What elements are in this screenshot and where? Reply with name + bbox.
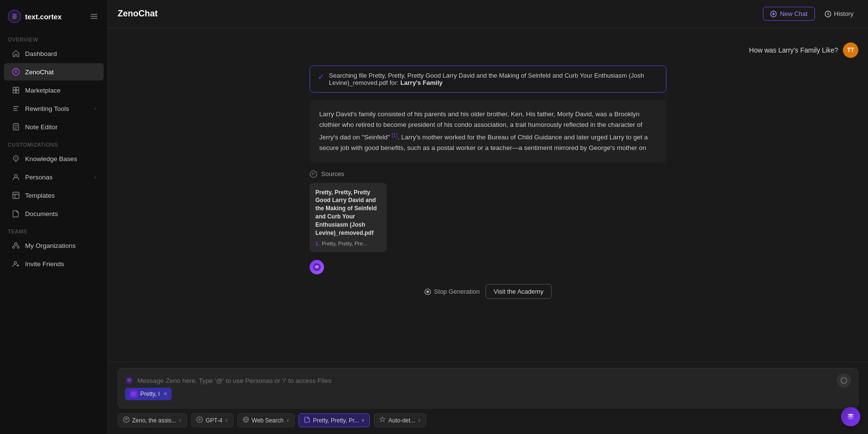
persona-selector[interactable]: Zeno, the assis... ∨ [118, 413, 187, 427]
sidebar-item-documents[interactable]: Documents [4, 205, 104, 222]
overview-section-label: Overview [0, 33, 108, 44]
app-logo-text: text.cortex [25, 13, 62, 21]
svg-rect-1 [91, 14, 97, 15]
logo-area: text.cortex [0, 6, 108, 31]
source-card-item: 1. Pretty, Pretty, Pre... [315, 241, 381, 246]
auto-detect-chevron-icon: ∨ [418, 418, 421, 423]
search-status-box: ✓ Searching file Pretty, Pretty, Pretty … [310, 66, 666, 93]
svg-point-25 [841, 378, 847, 383]
web-search-selector[interactable]: Web Search ∨ [237, 413, 295, 427]
pdf-icon [131, 392, 136, 396]
bot-avatar-icon [312, 263, 321, 271]
main-content: ZenoChat New Chat History How [108, 0, 868, 434]
persona-icon [12, 173, 20, 181]
header-actions: New Chat History [763, 7, 858, 21]
file-chevron-icon: ∨ [361, 418, 365, 423]
input-zeno-icon [125, 376, 134, 385]
file-toolbar-icon [304, 416, 311, 424]
ai-response-box: Larry David's family consisted of his pa… [310, 100, 666, 163]
zenochat-icon [12, 68, 20, 76]
sidebar-item-note-editor[interactable]: Note Editor [4, 118, 104, 136]
sources-icon [310, 170, 317, 178]
svg-rect-13 [13, 192, 19, 199]
sidebar-item-rewriting-tools[interactable]: Rewriting Tools › [4, 100, 104, 117]
svg-point-17 [14, 262, 17, 264]
sidebar-item-knowledge-bases[interactable]: Knowledge Bases [4, 150, 104, 167]
persona-chevron-icon: ∨ [178, 418, 182, 423]
marketplace-icon [12, 86, 20, 95]
knowledge-icon [12, 154, 20, 163]
template-icon [12, 191, 20, 200]
home-icon [12, 49, 20, 58]
floating-avatar-button[interactable] [841, 407, 860, 426]
sidebar-item-my-organizations[interactable]: My Organizations [4, 237, 104, 254]
history-button[interactable]: History [820, 7, 858, 20]
stop-generation-button[interactable]: Stop Generation [424, 288, 480, 295]
svg-rect-7 [13, 91, 16, 94]
send-button[interactable] [837, 373, 851, 388]
bot-avatar [310, 260, 324, 274]
visit-academy-button[interactable]: Visit the Academy [486, 284, 552, 299]
sidebar-item-personas[interactable]: Personas › [4, 168, 104, 186]
rewrite-icon [12, 104, 20, 113]
teams-section-label: Teams [0, 225, 108, 236]
app-logo-icon [8, 10, 21, 23]
input-row [125, 373, 851, 388]
svg-rect-2 [91, 16, 97, 17]
message-input[interactable] [137, 377, 833, 384]
user-message-bubble: How was Larry's Family Like? [749, 42, 838, 58]
persona-toolbar-icon [123, 416, 130, 424]
svg-rect-23 [427, 290, 429, 293]
sources-header: Sources [310, 170, 666, 178]
file-icon [130, 390, 137, 398]
svg-point-15 [13, 246, 14, 248]
search-status-bold: Larry's Family [400, 79, 443, 86]
svg-rect-26 [132, 392, 136, 396]
svg-point-20 [310, 171, 317, 177]
svg-point-12 [14, 175, 17, 177]
svg-rect-6 [16, 87, 19, 90]
sidebar-item-invite-friends[interactable]: Invite Friends [4, 255, 104, 272]
sources-grid: Pretty, Pretty, Pretty Good Larry David … [310, 183, 666, 253]
attached-file-pill[interactable]: Pretty, I × [125, 388, 172, 400]
model-selector[interactable]: GPT-4 ∨ [191, 413, 233, 427]
file-selector[interactable]: Pretty, Pretty, Pr... ∨ [298, 413, 370, 427]
svg-rect-8 [16, 91, 19, 94]
customizations-section-label: Customizations [0, 138, 108, 149]
model-icon [196, 416, 203, 424]
remove-file-button[interactable]: × [163, 391, 167, 397]
main-header: ZenoChat New Chat History [108, 0, 868, 28]
svg-rect-3 [91, 18, 97, 19]
sidebar-item-templates[interactable]: Templates [4, 187, 104, 204]
user-message-text: How was Larry's Family Like? [749, 46, 838, 54]
page-title: ZenoChat [118, 9, 763, 19]
sidebar-item-zenochat[interactable]: ZenoChat [4, 63, 104, 81]
source-card-title: Pretty, Pretty, Pretty Good Larry David … [315, 189, 381, 237]
history-icon [825, 11, 831, 17]
source-card[interactable]: Pretty, Pretty, Pretty Good Larry David … [310, 183, 387, 253]
sidebar-item-marketplace[interactable]: Marketplace [4, 81, 104, 99]
personas-chevron: › [94, 174, 96, 180]
action-row: Stop Generation Visit the Academy [118, 282, 858, 303]
sidebar-item-dashboard[interactable]: Dashboard [4, 45, 104, 62]
model-chevron-icon: ∨ [225, 418, 228, 423]
new-chat-icon [770, 11, 777, 17]
user-message-row: How was Larry's Family Like? TT [118, 42, 858, 58]
sidebar-collapse-button[interactable] [88, 11, 100, 22]
auto-detect-selector[interactable]: Auto-det... ∨ [374, 413, 426, 427]
svg-point-14 [15, 243, 17, 245]
note-icon [12, 122, 20, 131]
bot-avatar-row [310, 260, 666, 274]
chat-area: How was Larry's Family Like? TT ✓ Search… [108, 28, 868, 362]
web-search-icon [243, 416, 249, 424]
new-chat-button[interactable]: New Chat [763, 7, 814, 21]
invite-icon [12, 259, 20, 268]
rewriting-tools-chevron: › [94, 106, 96, 111]
sources-section: Sources Pretty, Pretty, Pretty Good Larr… [310, 170, 666, 253]
user-avatar: TT [843, 42, 858, 58]
search-status-text: Searching file Pretty, Pretty, Pretty Go… [329, 72, 658, 86]
auto-detect-icon [379, 416, 386, 424]
input-area: Pretty, I × Zeno, the assis... ∨ [108, 362, 868, 434]
org-icon [12, 241, 20, 250]
sidebar: text.cortex Overview Dashboard Zen [0, 0, 108, 434]
